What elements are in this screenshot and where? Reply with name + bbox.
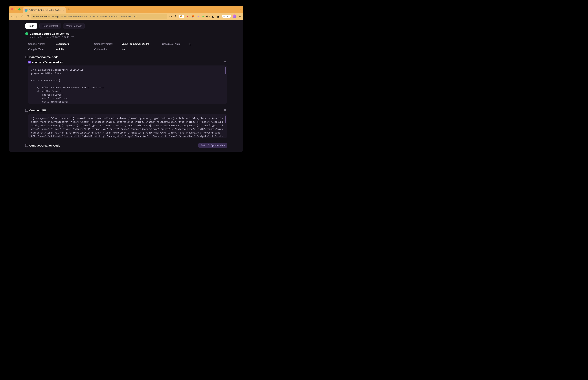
tab-write-contract[interactable]: Write Contract <box>63 23 85 29</box>
creation-section-title: Contract Creation Code <box>29 144 60 147</box>
close-tab-button[interactable]: × <box>63 9 64 12</box>
extension-icon-purple[interactable]: ☁ <box>196 15 200 18</box>
bookmark-button[interactable]: ☐ <box>26 15 29 18</box>
url-host: devnet.neonscan.org <box>36 15 58 18</box>
optimization-label: Optimization: <box>94 48 122 51</box>
compiler-version-value: v0.8.4+commit.c7e474f2 <box>122 42 162 45</box>
abi-section-header: Contract ABI <box>25 109 227 112</box>
source-code-section-header: Contract Source Code <box>25 55 227 58</box>
source-file-header: > contracts/Scoreboard.sol <box>25 61 227 64</box>
contract-name-label: Contract Name: <box>28 42 56 45</box>
tab-read-contract[interactable]: Read Contract <box>39 23 61 29</box>
titlebar: Address 0xdb4F94E748e61A3… × + ⌄ <box>9 6 243 13</box>
abi-code-text: [{"anonymous":false,"inputs":[{"indexed"… <box>31 117 223 138</box>
minimize-window-button[interactable] <box>15 8 17 10</box>
switch-opcodes-button[interactable]: Switch To Opcodes View <box>198 143 227 148</box>
source-code-text: // SPDX-License-Identifier: UNLICENSED p… <box>31 68 104 104</box>
source-file-name: contracts/Scoreboard.sol <box>32 61 63 64</box>
abi-code-box[interactable]: [{"anonymous":false,"inputs":[{"indexed"… <box>28 114 227 138</box>
scrollbar-thumb[interactable] <box>225 67 226 74</box>
compiler-type-value: solidity <box>56 48 94 51</box>
abi-section-icon <box>25 109 28 112</box>
verified-header: ✓ Contract Source Code Verified <box>25 32 227 35</box>
constructor-args-value: [] <box>190 42 208 45</box>
tab-favicon <box>25 9 28 12</box>
contract-tabs: Code Read Contract Write Contract <box>25 23 227 29</box>
optimization-value: No <box>122 48 162 51</box>
verified-check-icon: ✓ <box>25 32 28 35</box>
vpn-button[interactable]: ●VPN <box>222 15 231 18</box>
source-section-title: Contract Source Code <box>29 55 58 58</box>
source-code-box[interactable]: // SPDX-License-Identifier: UNLICENSED p… <box>28 65 227 104</box>
window-controls <box>11 8 20 10</box>
desktop-icon[interactable]: ▭ <box>169 15 172 18</box>
compiler-type-label: Compiler Type: <box>28 48 56 51</box>
compiler-version-label: Compiler Version: <box>94 42 122 45</box>
tabs-dropdown-button[interactable]: ⌄ <box>239 8 241 11</box>
site-settings-icon[interactable]: ⚙ <box>33 15 35 18</box>
contract-meta: Contract Name: Scoreboard Compiler Versi… <box>25 42 227 51</box>
file-icon: > <box>28 61 31 63</box>
forward-button[interactable]: ▷ <box>16 15 19 18</box>
constructor-args-label: Constructor Args: <box>162 42 190 45</box>
source-section-icon <box>25 56 28 58</box>
profile-avatar[interactable] <box>233 15 236 18</box>
wallet-icon[interactable]: ▣ <box>217 15 220 18</box>
copy-source-button[interactable] <box>224 61 227 64</box>
menu-button[interactable]: ≡ <box>238 15 242 18</box>
verified-timestamp: Verified at September 23, 2023 13:04:49 … <box>30 36 227 38</box>
extensions-menu-icon[interactable]: �ić <box>207 15 210 18</box>
brave-rewards-icon[interactable]: ▲ <box>186 15 189 18</box>
maximize-window-button[interactable] <box>18 8 20 10</box>
toolbar: ◁ ▷ ⟳ ☐ ⚙ devnet.neonscan.org/address/0x… <box>9 13 243 20</box>
creation-code-section-header: Contract Creation Code Switch To Opcodes… <box>25 143 227 148</box>
extension-icon-green[interactable]: ● <box>201 15 205 18</box>
metamask-extension-icon[interactable]: 🦊 <box>191 15 195 18</box>
sidepanel-icon[interactable]: ◧ <box>212 15 215 18</box>
toolbar-right: ▭ ⇪ 🦁1 ▲ 🦊 ☁ ● �ić ◧ ▣ ●VPN ≡ <box>169 15 242 18</box>
creation-section-icon <box>25 144 28 147</box>
address-bar[interactable]: ⚙ devnet.neonscan.org/address/0xdb4F94E7… <box>31 14 167 19</box>
back-button[interactable]: ◁ <box>11 15 14 18</box>
new-tab-button[interactable]: + <box>68 7 70 11</box>
browser-window: Address 0xdb4F94E748e61A3… × + ⌄ ◁ ▷ ⟳ ☐… <box>9 6 243 152</box>
url-path: /address/0xdb4F94E748e61A3da7E23f8AA8136… <box>60 15 137 18</box>
tab-code[interactable]: Code <box>25 23 37 29</box>
tab-title: Address 0xdb4F94E748e61A3… <box>29 9 61 11</box>
share-icon[interactable]: ⇪ <box>174 15 177 18</box>
scrollbar-thumb[interactable] <box>225 115 226 123</box>
close-window-button[interactable] <box>11 8 13 10</box>
abi-section-title: Contract ABI <box>29 109 46 112</box>
reload-button[interactable]: ⟳ <box>21 15 24 18</box>
browser-tab[interactable]: Address 0xdb4F94E748e61A3… × <box>23 7 66 13</box>
verified-title: Contract Source Code Verified <box>30 32 70 35</box>
copy-abi-button[interactable] <box>224 109 227 112</box>
page-content: Code Read Contract Write Contract ✓ Cont… <box>9 20 243 152</box>
brave-shields-icon[interactable]: 🦁1 <box>179 15 184 18</box>
contract-name-value: Scoreboard <box>56 42 94 45</box>
